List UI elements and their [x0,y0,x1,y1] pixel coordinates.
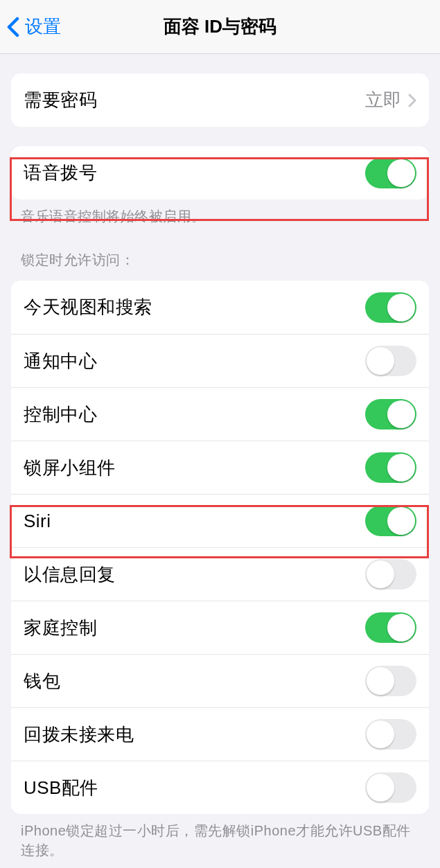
voice-dial-row: 语音拨号 [11,146,429,200]
chevron-left-icon [7,17,19,37]
lock-access-row: 回拨未接来电 [11,707,429,761]
lock-access-toggle[interactable] [365,612,416,643]
content: 需要密码 立即 语音拨号 音乐语音控制将始终被启用。 锁定时允许访问： 今天视图… [0,73,440,860]
lock-access-row: 通知中心 [11,334,429,387]
page-title: 面容 ID与密码 [164,15,276,39]
toggle-knob [387,507,415,535]
toggle-knob [387,294,415,321]
require-passcode-label: 需要密码 [24,88,97,112]
voice-dial-footer: 音乐语音控制将始终被启用。 [0,200,440,226]
lock-access-row: USB配件 [11,761,429,814]
lock-access-row: 今天视图和搜索 [11,281,429,334]
lock-access-toggle[interactable] [365,506,416,536]
lock-access-toggle[interactable] [365,399,416,429]
lock-access-item-label: Siri [24,511,51,532]
lock-access-header: 锁定时允许访问： [0,226,440,275]
voice-dial-group: 语音拨号 [11,146,429,200]
lock-access-item-label: 控制中心 [24,402,97,427]
lock-access-item-label: 回拨未接来电 [24,723,134,747]
lock-access-toggle[interactable] [365,559,416,590]
toggle-knob [387,159,415,187]
lock-access-toggle[interactable] [365,346,416,376]
require-passcode-value: 立即 [365,88,401,112]
lock-access-item-label: 锁屏小组件 [24,456,116,480]
lock-access-toggle[interactable] [365,452,416,483]
lock-access-group: 今天视图和搜索通知中心控制中心锁屏小组件Siri以信息回复家庭控制钱包回拨未接来… [11,281,429,814]
lock-access-row: 锁屏小组件 [11,441,429,494]
toggle-knob [387,614,415,641]
lock-access-item-label: 今天视图和搜索 [24,295,152,319]
back-button[interactable]: 设置 [0,15,61,39]
lock-access-toggle[interactable] [365,719,416,750]
lock-access-item-label: 以信息回复 [24,563,116,587]
lock-access-toggle[interactable] [365,666,416,696]
lock-access-row: 钱包 [11,654,429,707]
lock-access-item-label: 家庭控制 [24,616,97,640]
voice-dial-label: 语音拨号 [24,161,97,185]
lock-access-row: 家庭控制 [11,601,429,654]
passcode-group: 需要密码 立即 [11,73,429,127]
row-right: 立即 [365,88,416,112]
lock-access-item-label: 钱包 [24,669,60,693]
toggle-knob [387,454,415,481]
toggle-knob [367,720,394,748]
toggle-knob [367,560,394,588]
toggle-knob [367,667,394,695]
lock-access-footer: iPhone锁定超过一小时后，需先解锁iPhone才能允许USB配件连接。 [0,814,440,860]
header-bar: 设置 面容 ID与密码 [0,0,440,54]
voice-dial-toggle[interactable] [365,158,416,188]
toggle-knob [387,400,415,428]
lock-access-item-label: 通知中心 [24,349,97,373]
lock-access-toggle[interactable] [365,772,416,803]
lock-access-row: 以信息回复 [11,547,429,601]
lock-access-toggle[interactable] [365,292,416,323]
lock-access-row: 控制中心 [11,387,429,441]
require-passcode-row[interactable]: 需要密码 立即 [11,73,429,127]
lock-access-row: Siri [11,494,429,547]
lock-access-item-label: USB配件 [24,776,98,800]
chevron-right-icon [408,94,416,107]
back-label: 设置 [25,15,61,39]
toggle-knob [367,347,394,375]
toggle-knob [367,774,394,801]
